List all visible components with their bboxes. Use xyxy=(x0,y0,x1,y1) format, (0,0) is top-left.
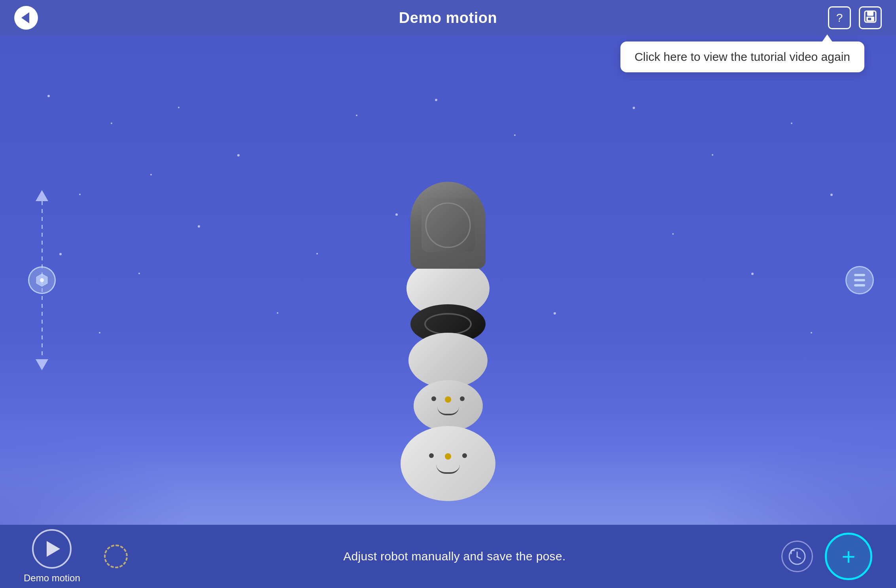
canvas-area xyxy=(0,36,896,525)
bottom-right-controls: + xyxy=(781,533,872,580)
robot-figure xyxy=(401,182,495,501)
back-button[interactable] xyxy=(14,6,38,30)
star xyxy=(198,225,200,228)
play-icon xyxy=(47,541,60,557)
robot-head xyxy=(410,182,486,269)
bottom-bar: Demo motion Adjust robot manually and sa… xyxy=(0,525,896,588)
history-button[interactable] xyxy=(781,541,813,572)
drag-indicator[interactable] xyxy=(36,190,48,370)
robot-base-eye-right xyxy=(462,453,467,458)
back-arrow-icon xyxy=(21,12,29,23)
help-button[interactable]: ? xyxy=(828,6,851,29)
star xyxy=(79,194,81,195)
page-title: Demo motion xyxy=(399,9,497,26)
header-icons: ? xyxy=(828,6,882,29)
arrow-up-icon xyxy=(36,190,48,201)
svg-point-5 xyxy=(40,278,44,282)
star xyxy=(435,99,437,101)
svg-line-8 xyxy=(797,557,800,558)
star xyxy=(47,95,50,97)
robot-screen-circle xyxy=(425,203,471,248)
play-button[interactable] xyxy=(32,529,72,569)
star xyxy=(830,194,833,196)
star xyxy=(514,134,516,136)
help-icon: ? xyxy=(836,11,843,24)
floor-shadow-left xyxy=(0,426,198,525)
header: Demo motion ? xyxy=(0,0,896,36)
right-handle-icon xyxy=(854,274,865,286)
robot-joint-ring xyxy=(424,313,472,335)
save-icon xyxy=(864,10,877,26)
robot-base-sphere xyxy=(401,426,495,501)
star xyxy=(111,122,112,124)
tutorial-tooltip[interactable]: Click here to view the tutorial video ag… xyxy=(620,41,864,72)
status-text: Adjust robot manually and save the pose. xyxy=(128,550,781,563)
robot-base-eye-left xyxy=(429,453,434,458)
star xyxy=(811,332,812,334)
svg-rect-1 xyxy=(867,11,873,16)
star xyxy=(150,174,152,175)
robot-base-eyes xyxy=(429,453,467,460)
star xyxy=(178,107,180,108)
star xyxy=(633,107,635,109)
star xyxy=(59,253,62,255)
star xyxy=(395,213,398,216)
star xyxy=(138,273,140,274)
add-icon: + xyxy=(841,543,855,570)
robot-screen xyxy=(422,199,475,252)
play-section: Demo motion xyxy=(24,529,80,584)
robot-base-mouth xyxy=(436,464,460,474)
star xyxy=(791,122,792,124)
arrow-down-icon xyxy=(36,359,48,370)
robot-eye-left xyxy=(431,396,436,401)
right-handle[interactable] xyxy=(845,266,874,294)
star xyxy=(316,253,318,254)
add-pose-button[interactable]: + xyxy=(825,533,872,580)
star xyxy=(554,312,556,315)
star xyxy=(237,154,240,156)
star xyxy=(672,233,674,235)
circle-indicator xyxy=(104,545,128,568)
robot-base-eye-center xyxy=(445,453,451,460)
play-label: Demo motion xyxy=(24,573,80,584)
star xyxy=(99,332,100,334)
robot-lower-section xyxy=(414,380,483,432)
floor-shadow-right xyxy=(698,426,896,525)
tooltip-text: Click here to view the tutorial video ag… xyxy=(635,50,850,63)
star xyxy=(356,115,357,116)
star xyxy=(751,273,754,275)
robot-mouth xyxy=(437,407,459,415)
save-button[interactable] xyxy=(859,6,882,29)
svg-rect-3 xyxy=(868,18,871,20)
drag-center xyxy=(28,266,56,294)
robot-eye-right xyxy=(460,396,465,401)
robot-eyes-row xyxy=(431,396,465,403)
star xyxy=(277,312,278,314)
star xyxy=(712,154,713,156)
robot-eye-center xyxy=(445,396,451,403)
robot-body-mid xyxy=(408,333,488,388)
